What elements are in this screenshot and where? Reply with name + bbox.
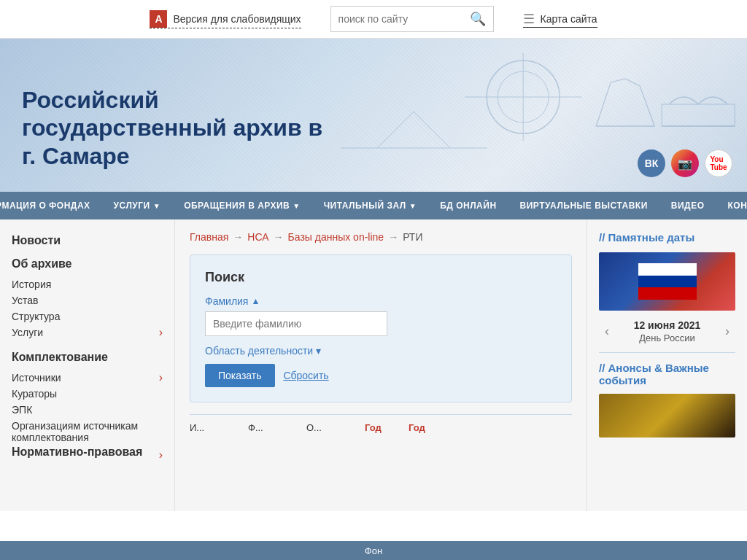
th-imya: И... (190, 422, 248, 433)
nav-arrow-obrascheniya: ▼ (293, 202, 300, 210)
accessibility-icon: A (150, 10, 167, 28)
surname-input[interactable] (205, 311, 387, 336)
reset-button[interactable]: Сбросить (283, 370, 328, 381)
sitemap-label: Карта сайта (541, 13, 597, 25)
date-next-button[interactable]: › (719, 321, 735, 342)
nav-item-bd[interactable]: БД ОНЛАЙН (428, 192, 508, 219)
sidebar-item-struktura[interactable]: Структура (12, 308, 163, 324)
breadcrumb-sep-3: → (388, 231, 398, 243)
th-familia: Ф... (248, 422, 306, 433)
ig-label: 📷 (678, 157, 692, 171)
table-header: И... Ф... О... Год Год (190, 414, 572, 433)
vk-icon[interactable]: ВК (638, 149, 665, 177)
sidebar-section-komplektovanie: Комплектование (12, 351, 163, 364)
russia-flag (638, 263, 697, 300)
sidebar-arrow-istochniki[interactable]: › (159, 371, 163, 384)
yt-label: YouTube (710, 155, 727, 171)
accessibility-label: Версия для слабовидящих (173, 13, 301, 25)
anons-image (599, 394, 735, 438)
search-bar: 🔍 (330, 6, 494, 32)
youtube-icon[interactable]: YouTube (705, 149, 732, 177)
flag-red (638, 287, 697, 300)
panel-title-anons: // Анонсы & Важные события (599, 362, 735, 386)
hero-banner: Российский государственный архив в г. Са… (0, 39, 747, 192)
nav-item-kontakty[interactable]: КОНТАКТЫ (716, 192, 747, 219)
nav-item-uslugi[interactable]: УСЛУГИ ▼ (102, 192, 173, 219)
flag-white (638, 263, 697, 276)
panel-title-dates: // Памятные даты (599, 231, 735, 244)
sidebar-item-ustav[interactable]: Устав (12, 292, 163, 308)
sidebar-section-normativno: Нормативно-правовая (12, 446, 142, 459)
sidebar-item-istochniki-wrap: Источники › (12, 370, 163, 386)
nav-item-fondov[interactable]: ИНФОРМАЦИЯ О ФОНДАХ (0, 192, 102, 219)
content-wrap: Новости Об архиве История Устав Структур… (0, 219, 747, 511)
sidebar-item-kuratory[interactable]: Кураторы (12, 386, 163, 402)
sidebar-section-normativno-wrap: Нормативно-правовая › (12, 446, 163, 464)
breadcrumb-sep-2: → (274, 231, 284, 243)
right-panel: // Памятные даты ‹ 12 июня 2021 День Рос… (587, 219, 747, 511)
nav-arrow-uslugi: ▼ (153, 202, 160, 210)
sidebar-item-epk[interactable]: ЭПК (12, 402, 163, 418)
date-display: 12 июня 2021 (634, 319, 701, 331)
search-form: Поиск Фамилия ▲ Область деятельности ▾ П… (190, 254, 572, 402)
nav-item-chitalny[interactable]: ЧИТАЛЬНЫЙ ЗАЛ ▼ (312, 192, 429, 219)
event-image (599, 252, 735, 311)
sidebar-item-istochniki[interactable]: Источники (12, 370, 61, 386)
event-name: День России (634, 332, 701, 343)
search-input[interactable] (331, 9, 462, 29)
sidebar-arrow-normativno[interactable]: › (159, 448, 163, 462)
sidebar-section-ob-arhive: Об архиве (12, 257, 163, 271)
show-button[interactable]: Показать (205, 364, 275, 387)
nav-item-obrascheniya[interactable]: ОБРАЩЕНИЯ В АРХИВ ▼ (172, 192, 311, 219)
main-content: Главная → НСА → Базы данных on-line → РТ… (175, 219, 587, 511)
sidebar-section-novosti: Новости (12, 234, 163, 247)
date-prev-button[interactable]: ‹ (599, 321, 615, 342)
nav-arrow-chitalny: ▼ (409, 202, 417, 210)
nav-item-video[interactable]: ВИДЕО (659, 192, 716, 219)
surname-arrow: ▲ (251, 296, 260, 306)
sidebar: Новости Об архиве История Устав Структур… (0, 219, 175, 511)
panel-divider (599, 352, 735, 353)
th-god1: Год (365, 422, 409, 433)
breadcrumb-sep-1: → (233, 231, 243, 243)
vk-label: ВК (645, 158, 659, 169)
hero-title: Российский государственный архив в г. Са… (0, 71, 365, 192)
search-button[interactable]: 🔍 (462, 7, 493, 31)
sidebar-arrow-uslugi[interactable]: › (159, 326, 163, 339)
svg-rect-5 (662, 104, 735, 126)
search-form-title: Поиск (205, 270, 557, 285)
breadcrumb-bazy[interactable]: Базы данных on-line (288, 231, 384, 243)
flag-blue (638, 276, 697, 288)
form-buttons: Показать Сбросить (205, 364, 557, 387)
instagram-icon[interactable]: 📷 (671, 149, 699, 177)
breadcrumb-nsa[interactable]: НСА (247, 231, 268, 243)
area-arrow: ▾ (316, 345, 321, 357)
th-god2: Год (409, 422, 452, 433)
sidebar-item-organizaciyam[interactable]: Организациям источникам комплектования (12, 418, 163, 446)
sidebar-item-istoriya[interactable]: История (12, 276, 163, 292)
area-label[interactable]: Область деятельности ▾ (205, 345, 557, 357)
menu-icon: ☰ (523, 11, 535, 27)
sidebar-item-uslugi-wrap: Услуги › (12, 324, 163, 341)
surname-label[interactable]: Фамилия ▲ (205, 295, 557, 307)
breadcrumb-rti: РТИ (403, 231, 422, 243)
nav-item-vystavki[interactable]: ВИРТУАЛЬНЫЕ ВЫСТАВКИ (508, 192, 659, 219)
date-navigator: ‹ 12 июня 2021 День России › (599, 319, 735, 343)
breadcrumb: Главная → НСА → Базы данных on-line → РТ… (190, 231, 572, 243)
top-bar: A Версия для слабовидящих 🔍 ☰ Карта сайт… (0, 0, 747, 39)
sidebar-item-uslugi[interactable]: Услуги (12, 324, 43, 341)
main-nav: ИНФОРМАЦИЯ О ФОНДАХ УСЛУГИ ▼ ОБРАЩЕНИЯ В… (0, 192, 747, 219)
breadcrumb-glavnaya[interactable]: Главная (190, 231, 228, 243)
accessibility-button[interactable]: A Версия для слабовидящих (150, 10, 301, 28)
sitemap-button[interactable]: ☰ Карта сайта (523, 11, 597, 28)
date-center: 12 июня 2021 День России (634, 319, 701, 343)
hero-social-links: ВК 📷 YouTube (638, 149, 732, 177)
th-otchestvo: О... (306, 422, 365, 433)
